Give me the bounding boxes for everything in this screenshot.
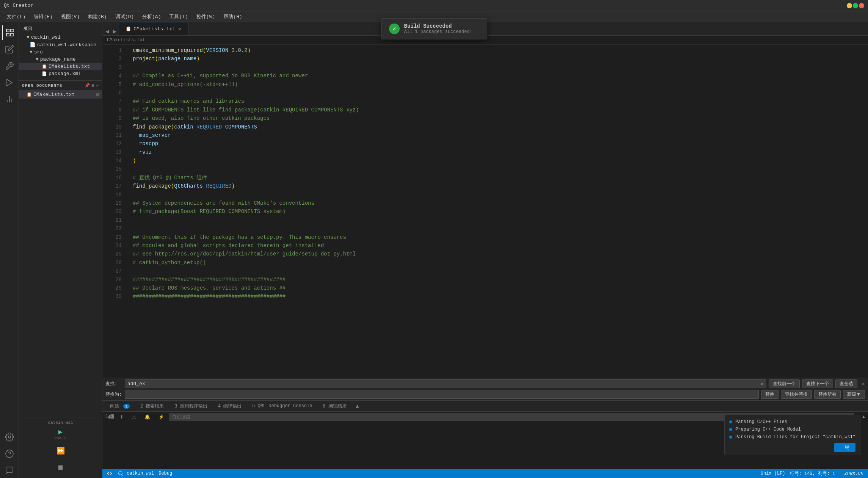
activity-analyze[interactable] <box>2 92 17 107</box>
activity-settings[interactable] <box>2 429 17 445</box>
open-doc-item[interactable]: 📋 CMakeLists.txt ⊡ <box>19 90 102 99</box>
tree-item-package-xml[interactable]: 📄 package.xml <box>19 70 102 77</box>
toast-success-icon: ✓ <box>389 24 400 34</box>
menubar-item[interactable]: 控件(W) <box>193 13 219 21</box>
minimize-button[interactable] <box>847 3 852 8</box>
menubar-item[interactable]: 调试(D) <box>111 13 138 21</box>
tree-item-root[interactable]: ▼ catkin_ws1 <box>19 34 102 41</box>
tab-qml-debugger[interactable]: 5 QML Debugger Console <box>248 402 317 411</box>
debug-run-button[interactable]: ▶ Debug <box>51 426 70 442</box>
problems-upload-icon[interactable]: ⬆ <box>117 414 127 420</box>
svg-marker-4 <box>7 79 12 86</box>
status-encoding: Unix (LF) <box>761 471 785 476</box>
open-docs-header: Open Documents 📌 ⊞ ✕ <box>19 81 102 90</box>
tab-compile-output[interactable]: 4 编译输出 <box>213 401 246 411</box>
replace-input[interactable] <box>127 392 756 397</box>
svg-line-12 <box>175 418 176 418</box>
toast-message: All 1 packages succeeded! <box>404 29 472 34</box>
close-button[interactable] <box>859 3 864 8</box>
status-debug-label: Debug <box>159 471 172 476</box>
replace-label: 替换为: <box>105 391 122 398</box>
menubar-item[interactable]: 编辑(E) <box>30 13 56 21</box>
find-prev-button[interactable]: 查找前一个 <box>769 379 800 388</box>
menubar-item[interactable]: 工具(T) <box>165 13 191 21</box>
tab-nav-right[interactable]: ▶ <box>111 28 118 35</box>
editor-main-area: ◀ ▶ 📋 CMakeLists.txt ✕ CMakeLists.txt 12… <box>102 22 868 478</box>
activity-chat[interactable] <box>2 463 17 478</box>
find-input[interactable] <box>127 381 760 387</box>
activity-build[interactable] <box>2 58 17 74</box>
tab-cmakelists[interactable]: 📋 CMakeLists.txt ✕ <box>119 22 188 35</box>
problems-warning-icon[interactable]: ⚠ <box>129 414 139 420</box>
bottom-tab-expand-icon[interactable]: ▲ <box>356 403 359 409</box>
titlebar: Qt Creator <box>0 0 868 11</box>
menubar-item[interactable]: 文件(F) <box>3 13 29 21</box>
minimap <box>862 45 868 378</box>
open-docs-close-icon[interactable]: ✕ <box>96 83 99 88</box>
activity-project[interactable] <box>2 25 17 40</box>
activity-edit[interactable] <box>2 42 17 57</box>
replace-find-button[interactable]: 查找并替换 <box>781 390 812 399</box>
open-docs-panel: Open Documents 📌 ⊞ ✕ 📋 CMakeLists.txt ⊡ <box>19 80 102 99</box>
tab-search-results[interactable]: 2 搜索结果 <box>136 401 168 411</box>
tab-test-results[interactable]: 8 测试结果 <box>318 401 351 411</box>
replace-button[interactable]: 替换 <box>761 390 779 399</box>
advanced-button[interactable]: 高级▼ <box>843 390 865 399</box>
tab-app-output[interactable]: 3 应用程序输出 <box>170 401 212 411</box>
tree-item-cmakelists[interactable]: 📋 CMakeLists.txt <box>19 63 102 70</box>
activity-debug[interactable] <box>2 75 17 90</box>
problems-filter-icon[interactable]: ⚡ <box>155 414 167 420</box>
progress-dot-2 <box>729 428 732 431</box>
status-line-col: 行号: 140, 列号: 1 <box>790 470 835 477</box>
svg-point-8 <box>8 436 11 438</box>
tab-nav-left[interactable]: ◀ <box>104 28 111 35</box>
tab-close-icon[interactable]: ✕ <box>177 26 182 32</box>
progress-dot-1 <box>729 420 732 423</box>
svg-rect-1 <box>11 29 13 32</box>
menubar-item[interactable]: 帮助(H) <box>220 13 246 21</box>
menubar-item[interactable]: 构建(B) <box>84 13 110 21</box>
code-editor[interactable]: cmake_minimum_required(VERSION 3.0.2) pr… <box>125 45 862 378</box>
tree-item-package[interactable]: ▼ package_name <box>19 56 102 63</box>
replace-input-wrap <box>125 390 759 399</box>
app-icon: Qt Creator <box>4 3 33 8</box>
tree-item-src[interactable]: ▼ src <box>19 49 102 56</box>
editor-content[interactable]: 12345 678910 1112131415 1617181920 21222… <box>102 45 868 378</box>
sidebar: 项目 ▼ catkin_ws1 📄 catkin_ws1.workspace ▼… <box>19 22 102 478</box>
find-all-button[interactable]: 查全选 <box>835 379 857 388</box>
status-search-icon[interactable]: catkin_ws1 <box>118 471 154 476</box>
open-docs-pin-icon[interactable]: 📌 <box>85 83 90 88</box>
replace-all-button[interactable]: 替换所有 <box>814 390 841 399</box>
progress-item-2: Preparing C++ Code Model <box>729 426 855 433</box>
menubar-item[interactable]: 分析(A) <box>138 13 165 21</box>
svg-point-9 <box>6 450 13 458</box>
tab-problems[interactable]: 问题 1 <box>105 401 134 411</box>
activity-bar <box>0 22 19 478</box>
svg-point-11 <box>173 415 176 418</box>
svg-rect-2 <box>6 33 9 36</box>
open-doc-close-icon[interactable]: ⊡ <box>96 91 99 97</box>
search-close-icon[interactable]: ✕ <box>862 381 865 387</box>
debug-run-all-button[interactable]: ⏩ <box>51 443 70 458</box>
problems-expand-icon[interactable]: ▲ <box>862 414 865 420</box>
search-replace-bar: 查找: ✕ 查找前一个 查找下一个 查全选 ✕ 替换为: 替换 查找并替换 替换… <box>102 378 868 401</box>
tree-item-workspace[interactable]: 📄 catkin_ws1.workspace <box>19 41 102 49</box>
find-next-button[interactable]: 查找下一个 <box>802 379 833 388</box>
debug-stop-button[interactable]: ⏹ <box>51 460 70 475</box>
menubar-item[interactable]: 视图(V) <box>57 13 83 21</box>
problems-bell-icon[interactable]: 🔔 <box>141 414 153 420</box>
toast-title: Build Succeeded <box>404 23 472 29</box>
status-bar-right: Unix (LF) 行号: 140, 列号: 1 znwx.cn <box>761 470 863 477</box>
workspace-label: catkin_ws1 <box>48 420 73 425</box>
problems-label: 问题 <box>105 414 115 420</box>
status-bar: catkin_ws1 Debug Unix (LF) 行号: 140, 列号: … <box>102 469 868 478</box>
maximize-button[interactable] <box>853 3 858 8</box>
find-clear-icon[interactable]: ✕ <box>760 381 763 387</box>
open-docs-split-icon[interactable]: ⊞ <box>92 83 95 88</box>
progress-action-button[interactable]: 一键 <box>834 443 855 452</box>
status-bar-left: catkin_ws1 Debug <box>107 471 172 476</box>
activity-help[interactable] <box>2 446 17 461</box>
svg-rect-3 <box>11 33 13 36</box>
find-input-wrap: ✕ <box>125 379 766 388</box>
main-layout: 项目 ▼ catkin_ws1 📄 catkin_ws1.workspace ▼… <box>0 22 868 478</box>
